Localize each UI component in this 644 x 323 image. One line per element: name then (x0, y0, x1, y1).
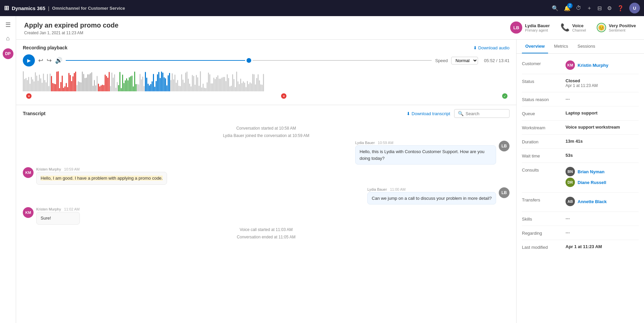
home-icon[interactable]: ⌂ (2, 32, 14, 44)
waveform-bar (227, 74, 228, 91)
waveform-bar (44, 80, 45, 91)
progress-thumb[interactable] (247, 58, 251, 63)
tab-sessions[interactable]: Sessions (574, 40, 599, 53)
last-modified-value: Apr 1 at 11:23 AM (566, 244, 639, 249)
user-avatar[interactable]: U (629, 3, 640, 13)
search-icon-btn[interactable]: 🔍 (552, 5, 558, 11)
waveform-bar (83, 74, 84, 91)
diane-name-link[interactable]: Diane Russell (578, 180, 606, 185)
plus-icon-btn[interactable]: ＋ (587, 5, 592, 12)
waveform-bar (260, 84, 261, 91)
waveform-bar (40, 78, 41, 91)
waveform-bar (47, 74, 48, 91)
customer-name-link[interactable]: Kristin Murphy (578, 63, 608, 68)
volume-icon[interactable]: 🔊 (55, 57, 62, 64)
tab-overview[interactable]: Overview (522, 40, 548, 53)
channel-meta: 📞 Voice Channel (560, 23, 586, 32)
waveform-bar (43, 74, 44, 91)
status-closed: Closed (566, 78, 639, 83)
download-audio-link[interactable]: ⬇ Download audio (473, 45, 509, 50)
overview-row-status-reason: Status reason --- (522, 92, 639, 106)
sentiment-value: Very Positive (609, 23, 636, 28)
customer-km-avatar: KM (566, 60, 575, 70)
audio-player: ▶ ↩ ↪ 🔊 Speed Normal 0.75x (23, 54, 509, 66)
waveform-bar (205, 88, 206, 91)
download-transcript-link[interactable]: ⬇ Download transcript (407, 111, 450, 116)
transcript-actions: ⬇ Download transcript 🔍 (407, 109, 509, 118)
sentiment-meta: 😊 Very Positive Sentiment (597, 23, 636, 32)
system-message-joined: Lydia Bauer joined the conversation at 1… (23, 133, 509, 138)
waveform-bar (90, 73, 91, 91)
waveform-bar (114, 74, 115, 91)
bell-icon-btn[interactable]: 🔔 2 (564, 5, 571, 11)
agent-role: Primary agent (525, 28, 550, 32)
forward-icon[interactable]: ↪ (47, 57, 52, 64)
waveform-bar (184, 83, 185, 91)
waveform-bar (136, 84, 137, 91)
consult-person-brian: BN Brian Nyman (566, 167, 639, 176)
annette-name-link[interactable]: Annette Black (578, 199, 607, 204)
waveform-bar (263, 74, 264, 91)
overview-row-last-modified: Last modified Apr 1 at 11:23 AM (522, 240, 639, 254)
progress-bar[interactable] (66, 58, 432, 63)
waveform-bar (158, 72, 159, 91)
skills-value: --- (566, 216, 639, 221)
grid-icon[interactable]: ⊞ (4, 4, 9, 12)
waveform-bar (258, 74, 259, 91)
waveform-bar (185, 73, 186, 91)
filter-icon-btn[interactable]: ⊟ (597, 5, 602, 11)
message-content-agent-2: Lydia Bauer 11:00 AM Can we jump on a ca… (367, 187, 496, 205)
help-icon-btn[interactable]: ❓ (617, 5, 624, 11)
msg-sender-agent-2: Lydia Bauer 11:00 AM (367, 187, 496, 191)
brian-name-link[interactable]: Brian Nyman (578, 169, 604, 174)
top-nav-right: 🔍 🔔 2 ⏱ ＋ ⊟ ⚙ ❓ U (552, 3, 640, 13)
waveform-bar (117, 82, 118, 91)
status-block: Closed Apr 1 at 11:23 AM (566, 78, 639, 88)
time-display: 05:52 / 13:41 (484, 58, 509, 63)
waveform-bar (168, 75, 169, 91)
sentiment-icon: 😊 (597, 23, 606, 32)
waveform-bar (127, 80, 128, 91)
msg-sender-agent-1: Lydia Bauer 10:59 AM (355, 141, 496, 145)
waveform-bar (31, 77, 32, 91)
transcript-search-box[interactable]: 🔍 (454, 109, 509, 118)
waveform-bar (25, 78, 26, 91)
waveform-bar (200, 71, 201, 91)
nav-separator: | (48, 5, 49, 11)
clock-icon-btn[interactable]: ⏱ (576, 5, 581, 11)
waveform-bar (85, 78, 86, 91)
duration-value: 13m 41s (566, 139, 639, 144)
waveform-bar (236, 72, 237, 91)
positive-sentiment-dot: ✓ (502, 93, 507, 99)
search-input[interactable] (466, 111, 506, 116)
waveform-bar (130, 76, 131, 91)
waveform-bar (60, 82, 61, 91)
msg-sender-customer-2: Kristen Murphy 11:02 AM (36, 207, 80, 211)
message-content-agent-1: Lydia Bauer 10:59 AM Hello, this is Lydi… (355, 141, 496, 165)
message-content-customer-2: Kristen Murphy 11:02 AM Sure! (36, 207, 80, 225)
time-current: 05:52 (484, 58, 495, 63)
waveform-bar (38, 81, 39, 91)
waveform-bar (39, 75, 40, 91)
case-title-block: Apply an expired promo code Created Jan … (24, 21, 497, 35)
agent-name: Lydia Bauer (525, 23, 550, 28)
msg-sender-customer-1: Kristen Murphy 10:59 AM (36, 167, 167, 171)
sidebar-avatar[interactable]: DP (3, 48, 13, 59)
waveform-bar (56, 72, 57, 91)
tab-metrics[interactable]: Metrics (551, 40, 572, 53)
waveform-bar (256, 78, 257, 91)
waveform-bar (199, 86, 200, 91)
waveform-bar (157, 74, 158, 91)
waveform-bar (216, 77, 217, 91)
hamburger-icon[interactable]: ☰ (2, 19, 14, 31)
agent-meta: LB Lydia Bauer Primary agent (510, 21, 550, 34)
waveform-bar (224, 77, 225, 91)
gear-icon-btn[interactable]: ⚙ (607, 5, 612, 11)
speed-select[interactable]: Normal 0.75x 1.25x 1.5x 2x (451, 57, 478, 64)
last-modified-label: Last modified (522, 244, 566, 250)
play-button[interactable]: ▶ (23, 54, 35, 66)
waveform-bar (207, 82, 208, 91)
waveform-bar (196, 75, 197, 91)
waveform-bar (63, 88, 64, 91)
rewind-icon[interactable]: ↩ (38, 57, 43, 64)
